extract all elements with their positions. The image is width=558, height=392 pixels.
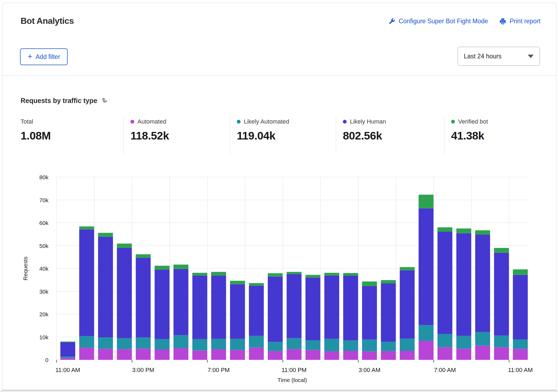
bar-segment[interactable]: 2:00 PM · Automated: 4,700 [117, 349, 132, 360]
bar-segment[interactable]: 7:00 AM · Verified bot: 1,900 [438, 227, 452, 232]
add-filter-button[interactable]: + Add filter [20, 48, 68, 65]
bar-segment[interactable]: 10:00 PM · Automated: 3,800 [268, 351, 283, 360]
bar-segment[interactable]: 3:00 AM · Likely Human: 23,400 [362, 286, 377, 340]
bar-segment[interactable]: 8:00 AM · Likely Human: 44,900 [456, 233, 471, 336]
bar-segment[interactable]: 1:00 AM · Likely Automated: 5,500 [324, 339, 339, 351]
bar-segment[interactable]: 2:00 AM · Likely Automated: 4,600 [343, 340, 358, 351]
bar-segment[interactable]: 9:00 PM · Automated: 5,400 [249, 347, 264, 360]
bar-segment[interactable]: 6:00 AM · Likely Automated: 6,900 [419, 325, 434, 341]
bar-segment[interactable]: 3:00 PM · Likely Human: 34,900 [136, 258, 151, 337]
bar-segment[interactable]: 9:00 PM · Likely Human: 22,000 [249, 285, 264, 336]
bar-segment[interactable]: 6:00 PM · Verified bot: 1,200 [192, 273, 207, 275]
bar-segment[interactable]: 7:00 AM · Likely Automated: 5,800 [438, 334, 452, 347]
bar-segment[interactable]: 10:00 AM · Likely Automated: 5,100 [494, 335, 509, 347]
bar-segment[interactable]: 4:00 AM · Automated: 3,800 [381, 351, 396, 360]
bar-segment[interactable]: 1:00 PM · Automated: 4,800 [98, 349, 113, 360]
bar-segment[interactable]: 1:00 PM · Verified bot: 1,700 [98, 233, 113, 237]
bar-segment[interactable]: 11:00 AM · Likely Human: 6,300 [60, 342, 75, 357]
bar-segment[interactable]: 9:00 AM · Automated: 6,200 [475, 346, 490, 360]
print-report-link[interactable]: Print report [499, 18, 540, 25]
bar-segment[interactable]: 11:00 AM · Verified bot: 300 [60, 341, 75, 342]
bar-segment[interactable]: 10:00 AM · Verified bot: 2,100 [494, 248, 509, 253]
bar-segment[interactable]: 10:00 AM · Likely Human: 36,300 [494, 253, 509, 336]
bar-segment[interactable]: 4:00 AM · Likely Automated: 4,100 [381, 342, 396, 351]
bar-segment[interactable]: 6:00 AM · Likely Human: 51,100 [419, 208, 434, 325]
bar-segment[interactable]: 4:00 PM · Likely Human: 30,400 [155, 270, 169, 339]
bar-segment[interactable]: 1:00 AM · Likely Human: 27,700 [324, 275, 339, 339]
bar-segment[interactable]: 3:00 PM · Verified bot: 1,500 [136, 254, 151, 258]
bar-segment[interactable]: 5:00 AM · Automated: 3,900 [400, 351, 415, 360]
bar-segment[interactable]: 9:00 AM · Likely Human: 42,600 [475, 235, 490, 332]
bar-segment[interactable]: 5:00 PM · Verified bot: 1,900 [173, 265, 188, 269]
bar-segment[interactable]: 12:00 AM · Likely Human: 27,500 [306, 278, 320, 340]
bar-segment[interactable]: 8:00 AM · Automated: 4,900 [456, 349, 471, 360]
bar-segment[interactable]: 11:00 PM · Verified bot: 1,000 [287, 272, 301, 274]
bar-segment[interactable]: 5:00 AM · Verified bot: 1,400 [400, 267, 415, 270]
bar-segment[interactable]: 2:00 AM · Likely Human: 28,300 [343, 276, 358, 340]
bar-segment[interactable]: 2:00 PM · Verified bot: 1,900 [117, 244, 132, 248]
bar-segment[interactable]: 3:00 AM · Automated: 3,700 [362, 351, 377, 360]
bar-segment[interactable]: 8:00 PM · Likely Human: 23,900 [230, 284, 245, 339]
bar-segment[interactable]: 12:00 PM · Automated: 5,300 [79, 348, 94, 360]
bar-segment[interactable]: 6:00 AM · Verified bot: 6,000 [419, 195, 434, 208]
bar-segment[interactable]: 12:00 AM · Likely Automated: 4,200 [306, 340, 320, 350]
bar-segment[interactable]: 4:00 AM · Verified bot: 1,400 [381, 280, 396, 283]
bar-segment[interactable]: 10:00 PM · Likely Human: 28,600 [268, 277, 283, 342]
bar-segment[interactable]: 5:00 PM · Likely Automated: 5,700 [173, 335, 188, 348]
bar-segment[interactable]: 12:00 PM · Verified bot: 1,300 [79, 227, 94, 230]
bar-segment[interactable]: 1:00 PM · Likely Automated: 5,000 [98, 337, 113, 349]
bar-segment[interactable]: 3:00 AM · Verified bot: 2,000 [362, 281, 377, 286]
bar-segment[interactable]: 3:00 AM · Likely Automated: 5,200 [362, 340, 377, 351]
bar-segment[interactable]: 10:00 AM · Automated: 5,500 [494, 347, 509, 360]
bar-segment[interactable]: 7:00 AM · Likely Human: 44,800 [438, 232, 452, 334]
bar-segment[interactable]: 8:00 PM · Automated: 4,300 [230, 350, 245, 360]
bar-segment[interactable]: 11:00 AM · Likely Human: 28,300 [513, 275, 528, 340]
bar-segment[interactable]: 4:00 AM · Likely Human: 25,600 [381, 283, 396, 342]
bar-segment[interactable]: 8:00 PM · Verified bot: 1,500 [230, 281, 245, 284]
bar-segment[interactable]: 9:00 PM · Verified bot: 1,100 [249, 283, 264, 285]
bar-segment[interactable]: 12:00 PM · Likely Automated: 5,100 [79, 336, 94, 348]
bar-segment[interactable]: 8:00 PM · Likely Automated: 4,900 [230, 339, 245, 350]
bar-segment[interactable]: 11:00 AM · Verified bot: 2,400 [513, 269, 528, 275]
bar-segment[interactable]: 7:00 PM · Verified bot: 1,600 [211, 272, 226, 276]
bar-segment[interactable]: 6:00 PM · Likely Human: 27,800 [192, 275, 207, 339]
bar-segment[interactable]: 7:00 AM · Automated: 5,500 [438, 347, 452, 360]
bar-segment[interactable]: 3:00 PM · Likely Automated: 4,900 [136, 337, 151, 348]
time-range-select[interactable]: Last 24 hours [458, 47, 540, 66]
bar-segment[interactable]: 10:00 PM · Likely Automated: 4,100 [268, 342, 283, 351]
bar-segment[interactable]: 3:00 PM · Automated: 4,900 [136, 349, 151, 360]
bar-segment[interactable]: 5:00 PM · Likely Human: 29,000 [173, 269, 188, 335]
bar-segment[interactable]: 12:00 AM · Automated: 4,300 [306, 350, 320, 360]
bar-segment[interactable]: 2:00 AM · Verified bot: 1,200 [343, 273, 358, 276]
bar-segment[interactable]: 4:00 PM · Automated: 4,500 [155, 350, 169, 360]
bar-segment[interactable]: 6:00 PM · Automated: 4,100 [192, 350, 207, 360]
bar-segment[interactable]: 4:00 PM · Verified bot: 1,700 [155, 266, 169, 270]
bar-segment[interactable]: 11:00 AM · Likely Automated: 4,100 [513, 340, 528, 349]
bar-segment[interactable]: 9:00 AM · Verified bot: 1,900 [475, 230, 490, 235]
bar-segment[interactable]: 11:00 PM · Likely Automated: 4,800 [287, 338, 301, 349]
bar-segment[interactable]: 4:00 PM · Likely Automated: 4,600 [155, 339, 169, 350]
bar-segment[interactable]: 2:00 AM · Automated: 3,900 [343, 351, 358, 360]
bar-segment[interactable]: 9:00 PM · Likely Automated: 5,100 [249, 336, 264, 347]
bar-segment[interactable]: 6:00 AM · Automated: 8,300 [419, 341, 434, 360]
bar-segment[interactable]: 9:00 AM · Likely Automated: 6,000 [475, 332, 490, 346]
bar-segment[interactable]: 7:00 PM · Likely Automated: 4,600 [211, 339, 226, 349]
bar-segment[interactable]: 5:00 AM · Likely Human: 29,900 [400, 270, 415, 339]
bar-segment[interactable]: 8:00 AM · Likely Automated: 5,600 [456, 336, 471, 348]
bar-segment[interactable]: 10:00 PM · Verified bot: 1,400 [268, 273, 283, 277]
bar-segment[interactable]: 11:00 AM · Automated: 800 [60, 358, 75, 360]
bar-segment[interactable]: 5:00 PM · Automated: 5,100 [173, 348, 188, 360]
bar-segment[interactable]: 11:00 PM · Automated: 4,700 [287, 349, 301, 360]
bar-segment[interactable]: 1:00 PM · Likely Human: 44,100 [98, 237, 113, 338]
bar-segment[interactable]: 12:00 PM · Likely Human: 46,700 [79, 230, 94, 336]
bar-segment[interactable]: 2:00 PM · Likely Automated: 4,800 [117, 338, 132, 349]
bar-segment[interactable]: 11:00 AM · Likely Automated: 600 [60, 357, 75, 358]
bar-segment[interactable]: 12:00 AM · Verified bot: 1,200 [306, 275, 320, 278]
bar-segment[interactable]: 2:00 PM · Likely Human: 39,500 [117, 248, 132, 338]
bar-segment[interactable]: 5:00 AM · Likely Automated: 5,400 [400, 338, 415, 351]
configure-super-bot-fight-mode-link[interactable]: Configure Super Bot Fight Mode [388, 18, 488, 25]
bar-segment[interactable]: 7:00 PM · Automated: 4,600 [211, 349, 226, 360]
bar-segment[interactable]: 1:00 AM · Verified bot: 1,200 [324, 273, 339, 275]
bar-segment[interactable]: 11:00 AM · Automated: 4,800 [513, 349, 528, 360]
bar-segment[interactable]: 7:00 PM · Likely Human: 27,700 [211, 275, 226, 339]
